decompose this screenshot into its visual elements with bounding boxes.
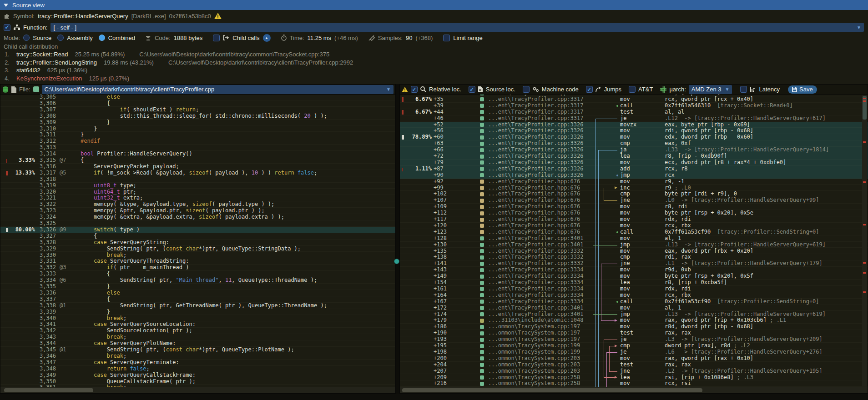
asm-source-location[interactable]: ...ent\TracyProfiler.hpp:676 bbox=[488, 229, 580, 235]
asm-row[interactable]: +135...ent\TracyProfiler.cpp:3332moveax,… bbox=[400, 248, 868, 255]
asm-source-location[interactable]: ...ent\TracyProfiler.cpp:3334 bbox=[488, 280, 584, 286]
asm-source-location[interactable]: ...ent\TracyProfiler.hpp:676 bbox=[488, 216, 580, 223]
source-line-row[interactable]: 3,347 case ServerQueryTerminate: bbox=[0, 360, 395, 366]
assembly-horizontal-scrollbar[interactable] bbox=[400, 387, 868, 393]
asm-row[interactable]: +149...ent\TracyProfiler.cpp:3334movbyte… bbox=[400, 273, 868, 280]
source-line-row[interactable]: 3,306 { bbox=[0, 100, 395, 107]
asm-row[interactable]: +216...ommon\TracySystem.cpp:258movrcx, … bbox=[400, 380, 868, 387]
asm-row[interactable]: +164...ent\TracyProfiler.cpp:3334movrcx,… bbox=[400, 292, 868, 299]
asm-row[interactable]: +102...ent\TracyProfiler.hpp:676cmpbyte … bbox=[400, 191, 868, 197]
asm-source-location[interactable]: ...ommon\TracySystem.cpp:258 bbox=[488, 375, 580, 381]
asm-source-location[interactable]: ...ent\TracyProfiler.cpp:3401 bbox=[488, 242, 584, 248]
scrollbar-thumb[interactable] bbox=[402, 388, 702, 392]
source-line-row[interactable]: 3,346 break; bbox=[0, 353, 395, 360]
att-syntax-checkbox[interactable]: ✓ bbox=[629, 86, 636, 93]
asm-row[interactable]: +154...ent\TracyProfiler.cpp:3334lear8, … bbox=[400, 280, 868, 286]
source-line-row[interactable]: 3,344 case ServerQueryPlotName: bbox=[0, 340, 395, 347]
asm-source-location[interactable]: ...ent\TracyProfiler.cpp:3401 bbox=[488, 311, 584, 318]
asm-row[interactable]: +109...ent\TracyProfiler.hpp:676movr8, r… bbox=[400, 204, 868, 210]
asm-source-location[interactable]: ...ent\TracyProfiler.cpp:3326 bbox=[488, 166, 584, 172]
source-line-row[interactable]: 3,310 } bbox=[0, 126, 395, 132]
source-line-row[interactable]: 3,312#endif bbox=[0, 138, 395, 145]
asm-source-location[interactable]: ...ent\TracyProfiler.cpp:3326 bbox=[488, 172, 584, 179]
asm-source-location[interactable]: ....31103\include\atomic:1048 bbox=[488, 317, 584, 324]
asm-row[interactable]: +46...ent\TracyProfiler.cpp:3317je.L12 -… bbox=[400, 115, 868, 122]
child-call-row[interactable]: 2.tracy::Profiler::SendLongString19.88 m… bbox=[0, 59, 868, 67]
file-select[interactable]: C:\Users\wolf\Desktop\darkrl\contrib\tra… bbox=[42, 85, 394, 94]
source-line-row[interactable]: 3,327 { bbox=[0, 233, 395, 240]
asm-row[interactable]: +128...ent\TracyProfiler.cpp:3401moval, … bbox=[400, 235, 868, 242]
source-line-row[interactable]: 3,323 memcpy( &ptr, &payload.ptr, sizeof… bbox=[0, 208, 395, 214]
child-calls-checkbox[interactable]: ✓ bbox=[213, 35, 220, 41]
asm-source-location[interactable]: ...ent\TracyProfiler.cpp:3332 bbox=[488, 254, 584, 260]
source-line-row[interactable]: 13.33%3,317@5 if( !m_sock->Read( &payloa… bbox=[0, 170, 395, 176]
source-line-row[interactable]: 3,325 bbox=[0, 220, 395, 227]
asm-source-location[interactable]: ...ommon\TracySystem.cpp:197 bbox=[488, 324, 580, 330]
source-line-row[interactable]: 3,335 } bbox=[0, 284, 395, 290]
source-line-row[interactable]: 3,333 { bbox=[0, 271, 395, 277]
source-line-row[interactable]: 3,340 break; bbox=[0, 315, 395, 322]
asm-row[interactable]: +193...ommon\TracySystem.cpp:197je.L3 ->… bbox=[400, 336, 868, 343]
source-loc-checkbox[interactable]: ✓ bbox=[469, 86, 475, 93]
source-line-row[interactable]: 3,309 } bbox=[0, 120, 395, 126]
asm-source-location[interactable]: ...ommon\TracySystem.cpp:197 bbox=[488, 336, 580, 343]
asm-source-location[interactable]: ...ommon\TracySystem.cpp:203 bbox=[488, 368, 580, 375]
asm-source-location[interactable]: ...ent\TracyProfiler.hpp:676 bbox=[488, 191, 580, 197]
asm-source-location[interactable]: ...ent\TracyProfiler.cpp:3317 bbox=[488, 96, 584, 103]
mode-radio-combined[interactable] bbox=[99, 35, 105, 41]
asm-row[interactable]: +130...ent\TracyProfiler.cpp:3401jmp.L13… bbox=[400, 242, 868, 248]
source-line-row[interactable]: 80.00%3,326@9 switch( type ) bbox=[0, 227, 395, 233]
asm-row[interactable]: +56...ent\TracyProfiler.cpp:3326movrdi, … bbox=[400, 128, 868, 134]
asm-row[interactable]: +198...ommon\TracySystem.cpp:199je.L6 ->… bbox=[400, 349, 868, 355]
source-line-row[interactable]: 3,318 bbox=[0, 176, 395, 183]
asm-source-location[interactable]: ...ommon\TracySystem.cpp:199 bbox=[488, 343, 580, 349]
source-line-row[interactable]: 3,331 case ServerQueryThreadString: bbox=[0, 258, 395, 265]
source-line-row[interactable]: 3,341 case ServerQuerySourceLocation: bbox=[0, 321, 395, 328]
asm-row[interactable]: +161...ent\TracyProfiler.cpp:3334movrdx,… bbox=[400, 286, 868, 292]
jumps-checkbox[interactable]: ✓ bbox=[586, 86, 593, 93]
source-line-row[interactable]: 3,322 memcpy( &type, &payload.type, size… bbox=[0, 201, 395, 208]
pane-resize-grip[interactable] bbox=[394, 259, 399, 264]
asm-source-location[interactable]: ...ent\TracyProfiler.hpp:676 bbox=[488, 210, 580, 216]
asm-row[interactable]: +72...ent\TracyProfiler.cpp:3326lear8, [… bbox=[400, 153, 868, 160]
pane-divider[interactable] bbox=[396, 84, 399, 394]
source-line-row[interactable]: 3,330 break; bbox=[0, 252, 395, 259]
source-line-row[interactable]: 3,343 break; bbox=[0, 334, 395, 340]
asm-source-location[interactable]: ...ent\TracyProfiler.cpp:3326 bbox=[488, 134, 584, 140]
asm-source-location[interactable]: ...ent\TracyProfiler.cpp:3326 bbox=[488, 122, 584, 128]
asm-row[interactable]: +90...ent\TracyProfiler.cpp:3326jmprcx bbox=[400, 172, 868, 179]
window-titlebar[interactable]: Source view bbox=[0, 0, 868, 10]
asm-source-location[interactable]: ...ent\TracyProfiler.cpp:3401 bbox=[488, 235, 584, 242]
asm-source-location[interactable]: ...ent\TracyProfiler.cpp:3334 bbox=[488, 299, 584, 305]
asm-source-location[interactable]: ...ent\TracyProfiler.hpp:676 bbox=[488, 197, 580, 204]
source-line-row[interactable]: 3,350 QueueCallstackFrame( ptr ); bbox=[0, 379, 395, 385]
machine-code-checkbox[interactable]: ✓ bbox=[523, 86, 530, 93]
asm-source-location[interactable]: ...ommon\TracySystem.cpp:203 bbox=[488, 355, 580, 362]
source-line-row[interactable]: 3,336 else bbox=[0, 290, 395, 296]
asm-row[interactable]: +79...ent\TracyProfiler.cpp:3326movecx, … bbox=[400, 160, 868, 166]
child-calls-up-button[interactable]: ▲ bbox=[263, 34, 271, 42]
asm-source-location[interactable]: ...ent\TracyProfiler.cpp:3326 bbox=[488, 160, 584, 166]
source-horizontal-scrollbar[interactable] bbox=[0, 387, 395, 393]
asm-row[interactable]: +179....31103\include\atomic:1048movrax,… bbox=[400, 317, 868, 324]
child-call-row[interactable]: 4.KeSynchronizeExecution125 µs (0.27%) bbox=[0, 75, 868, 83]
assembly-vertical-scrollbar[interactable] bbox=[862, 95, 867, 386]
asm-row[interactable]: +186...ommon\TracySystem.cpp:197movr8d, … bbox=[400, 324, 868, 330]
asm-row[interactable]: +174...ent\TracyProfiler.cpp:3401jmp.L13… bbox=[400, 311, 868, 318]
asm-row[interactable]: +120...ent\TracyProfiler.hpp:676movrcx, … bbox=[400, 223, 868, 229]
asm-row[interactable]: 78.89%+60...ent\TracyProfiler.cpp:3326mo… bbox=[400, 134, 868, 140]
database-icon[interactable] bbox=[2, 86, 9, 93]
asm-row[interactable]: +99...ent\TracyProfiler.hpp:676incr9 ; .… bbox=[400, 185, 868, 191]
asm-row[interactable]: +190...ommon\TracySystem.cpp:197testrax,… bbox=[400, 330, 868, 336]
source-line-row[interactable]: 3,316 ServerQueryPacket payload; bbox=[0, 164, 395, 170]
collapse-triangle-icon[interactable] bbox=[4, 4, 8, 7]
asm-row[interactable]: +123...ent\TracyProfiler.hpp:676call0x7f… bbox=[400, 229, 868, 235]
save-button[interactable]: Save bbox=[788, 85, 817, 94]
asm-source-location[interactable]: ...ent\TracyProfiler.cpp:3317 bbox=[488, 109, 584, 115]
mode-radio-source[interactable] bbox=[23, 35, 30, 41]
scrollbar-thumb[interactable] bbox=[4, 388, 93, 392]
source-line-row[interactable]: 3,342 SendSourceLocation( ptr ); bbox=[0, 328, 395, 334]
asm-row[interactable]: +92...ent\TracyProfiler.hpp:676movr9, -1 bbox=[400, 179, 868, 185]
latency-checkbox[interactable]: ✓ bbox=[740, 86, 747, 93]
asm-row[interactable]: +52...ent\TracyProfiler.cpp:3326movzxeax… bbox=[400, 122, 868, 128]
